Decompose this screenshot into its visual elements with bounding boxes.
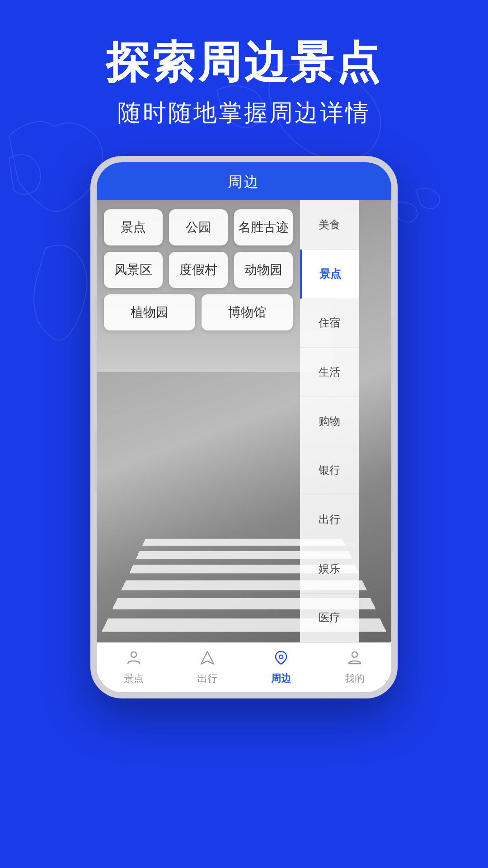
nav-zhoubian[interactable]: 周边: [254, 650, 308, 685]
category-row-1: 景点 公园 名胜古迹: [104, 209, 293, 245]
category-fengjing[interactable]: 风景区: [104, 252, 163, 288]
sidebar-item-shenghuo[interactable]: 生活: [300, 348, 359, 397]
category-row-3: 植物园 博物馆: [104, 294, 293, 330]
category-dujia[interactable]: 度假村: [169, 252, 228, 288]
nav-jingdian[interactable]: 景点: [107, 650, 161, 685]
sidebar-item-jingdian[interactable]: 景点: [300, 250, 359, 299]
category-jingdian[interactable]: 景点: [104, 209, 163, 245]
phone-bottomnav: 景点 出行 周边: [97, 642, 391, 692]
category-mingsheng[interactable]: 名胜古迹: [234, 209, 293, 245]
svg-point-2: [279, 655, 283, 659]
svg-marker-1: [201, 651, 214, 664]
sidebar-item-zhushu[interactable]: 住宿: [300, 299, 359, 348]
user-icon: [347, 650, 362, 669]
nav-jingdian-label: 景点: [124, 672, 144, 685]
svg-point-0: [131, 652, 136, 657]
sidebar-item-gouwu[interactable]: 购物: [300, 397, 359, 446]
nav-zhoubian-label: 周边: [271, 672, 291, 685]
sidebar-item-yule[interactable]: 娱乐: [300, 544, 359, 594]
category-row-2: 风景区 度假村 动物园: [104, 252, 293, 288]
sidebar-item-chuxing[interactable]: 出行: [300, 495, 359, 544]
nav-chuxing[interactable]: 出行: [180, 650, 235, 685]
nav-wode-label: 我的: [345, 672, 365, 685]
location-icon: [273, 650, 289, 669]
hero-title: 探索周边景点: [0, 36, 488, 88]
phone-wrapper: 周边 景点: [0, 156, 488, 698]
sidebar-item-yinhang[interactable]: 银行: [300, 446, 359, 495]
nav-wode[interactable]: 我的: [328, 650, 382, 685]
category-bowuguan[interactable]: 博物馆: [202, 294, 293, 330]
phone-frame: 周边 景点: [90, 156, 398, 698]
category-zhiwuyuan[interactable]: 植物园: [104, 294, 195, 330]
nav-chuxing-label: 出行: [197, 672, 217, 685]
category-dongwuyuan[interactable]: 动物园: [234, 252, 293, 288]
svg-point-3: [352, 652, 357, 657]
hero-section: 探索周边景点 随时随地掌握周边详情: [0, 0, 488, 129]
sidebar-nav: 美食 景点 住宿 生活 购物 银行 出行 娱乐 医疗: [300, 200, 359, 642]
hero-subtitle: 随时随地掌握周边详情: [0, 97, 488, 129]
phone-content: 景点 公园 名胜古迹 风景区 度假村 动物园 植物园 博物馆 美食: [97, 200, 391, 642]
navigate-icon: [200, 650, 215, 669]
phone-topbar: 周边: [97, 162, 391, 200]
sidebar-item-meishi[interactable]: 美食: [300, 200, 359, 250]
sidebar-item-yiliao[interactable]: 医疗: [300, 594, 359, 643]
phone-topbar-title: 周边: [97, 172, 391, 192]
category-gongyuan[interactable]: 公园: [169, 209, 228, 245]
person-icon: [126, 650, 141, 669]
categories-panel: 景点 公园 名胜古迹 风景区 度假村 动物园 植物园 博物馆: [97, 200, 300, 642]
